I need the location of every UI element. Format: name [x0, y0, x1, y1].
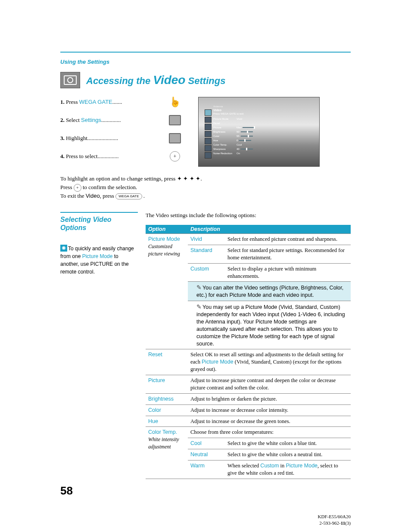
page-number: 58 [60, 484, 73, 498]
select-circle-inline-icon: + [74, 184, 81, 192]
col-header-description: Description [188, 225, 351, 234]
opt-hue: Hue [148, 418, 158, 424]
opt-color-temp: Color Temp. [148, 429, 177, 435]
page-title-row: Accessing the Video Settings [60, 72, 351, 88]
wega-gate-button-icon: WEGA GATE [115, 193, 142, 199]
highlight-box-icon [169, 133, 181, 143]
opt-color: Color [148, 407, 161, 413]
tip-bulb-icon: ✺ [60, 245, 67, 252]
intro-text: The Video settings include the following… [146, 212, 351, 219]
select-circle-icon: + [169, 151, 181, 162]
step-2: 2. Select Settings.............. [60, 115, 181, 125]
steps-list: 1. Press WEGA GATE....... ☝ 2. Select Se… [60, 97, 181, 169]
step-1: 1. Press WEGA GATE....... ☝ [60, 97, 181, 107]
instructions: To highlight an option and to change set… [60, 174, 351, 200]
opt-picture: Picture [148, 377, 165, 383]
footer-model: KDF-E55/60A20 2-593-962-11(3) [318, 513, 351, 526]
video-settings-icon [60, 72, 80, 88]
section-subhead: Selecting Video Options [60, 212, 138, 232]
settings-box-icon [169, 115, 181, 125]
breadcrumb: Using the Settings [60, 59, 351, 65]
opt-picture-mode: Picture Mode [148, 236, 180, 242]
page-title: Accessing the Video Settings [86, 73, 225, 87]
step-4: 4. Press to select............... + [60, 151, 181, 162]
opt-reset: Reset [148, 352, 162, 358]
opt-brightness: Brightness [148, 396, 174, 402]
options-table: Option Description Picture Mode Customiz… [146, 225, 351, 479]
osd-preview: Antenna Video Press WEGA GATE to exit Pi… [198, 97, 320, 167]
step-3: 3. Highlight...................... [60, 133, 181, 143]
col-header-option: Option [146, 225, 188, 234]
note-icon: ✎ [196, 303, 202, 311]
note-icon: ✎ [196, 283, 202, 292]
tip-box: ✺To quickly and easily change from one P… [60, 245, 138, 276]
press-hand-icon: ☝ [169, 97, 181, 107]
